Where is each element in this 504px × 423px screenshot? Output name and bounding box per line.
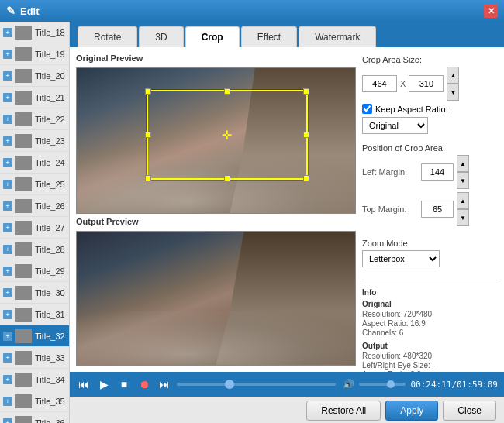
left-spin-up[interactable]: ▲	[457, 155, 469, 172]
sidebar-item-title-30[interactable]: +Title_30	[0, 282, 69, 304]
tab-effect[interactable]: Effect	[241, 26, 297, 47]
crop-handle-ml[interactable]	[145, 132, 151, 138]
sidebar-item-label: Title_29	[35, 267, 65, 276]
original-channels: Channels: 6	[362, 328, 498, 337]
plus-icon: +	[3, 332, 12, 341]
left-spin-down[interactable]: ▼	[457, 172, 469, 189]
crop-size-inputs-row: X ▲ ▼	[362, 67, 498, 101]
sidebar-item-title-22[interactable]: +Title_22	[0, 108, 69, 130]
sidebar-item-title-35[interactable]: +Title_35	[0, 390, 69, 412]
info-label: Info	[362, 288, 498, 297]
sidebar-item-label: Title_32	[35, 332, 65, 341]
crop-width-input[interactable]	[362, 75, 397, 92]
zoom-mode-group: Zoom Mode: Letterbox	[362, 239, 498, 267]
sidebar-item-label: Title_19	[35, 50, 65, 59]
close-window-button[interactable]: ✕	[484, 4, 498, 18]
original-preview-box[interactable]: ✛	[76, 67, 356, 214]
progress-slider[interactable]	[177, 383, 336, 386]
sidebar-item-title-23[interactable]: +Title_23	[0, 130, 69, 152]
sidebar-item-title-19[interactable]: +Title_19	[0, 43, 69, 65]
record-button[interactable]: ⏺	[136, 377, 152, 392]
height-spin-up[interactable]: ▲	[447, 67, 459, 84]
plus-icon: +	[3, 418, 12, 424]
tab-3d[interactable]: 3D	[139, 26, 183, 47]
thumbnail	[15, 242, 32, 256]
sidebar-item-label: Title_23	[35, 136, 65, 146]
sidebar-item-title-21[interactable]: +Title_21	[0, 87, 69, 108]
restore-all-button[interactable]: Restore All	[306, 401, 381, 421]
keep-aspect-ratio-checkbox[interactable]	[362, 104, 372, 114]
volume-icon[interactable]: 🔊	[340, 377, 356, 392]
thumbnail	[15, 156, 32, 170]
plus-icon: +	[3, 288, 12, 297]
thumbnail	[15, 351, 32, 365]
aspect-ratio-select[interactable]: Original	[362, 117, 428, 134]
thumbnail	[15, 47, 32, 61]
transport-bar: ⏮ ▶ ■ ⏺ ⏭ 🔊 00:24:11/01:59:09	[70, 372, 504, 397]
top-spin-down[interactable]: ▼	[457, 209, 469, 226]
tab-watermark[interactable]: Watermark	[299, 26, 376, 47]
crop-handle-tl[interactable]	[145, 88, 151, 95]
sidebar-item-title-33[interactable]: +Title_33	[0, 347, 69, 369]
crop-handle-bm[interactable]	[224, 175, 230, 181]
zoom-mode-select[interactable]: Letterbox	[362, 250, 440, 267]
volume-slider[interactable]	[359, 383, 406, 386]
volume-thumb[interactable]	[387, 380, 395, 388]
sidebar-item-title-32[interactable]: +Title_32	[0, 325, 69, 347]
sidebar-item-title-36[interactable]: +Title_36	[0, 412, 69, 423]
sidebar-item-title-34[interactable]: +Title_34	[0, 369, 69, 390]
plus-icon: +	[3, 28, 12, 37]
top-margin-input[interactable]	[421, 201, 454, 218]
crop-handle-tr[interactable]	[303, 88, 309, 95]
original-info-label: Original	[362, 300, 498, 308]
crop-handle-mr[interactable]	[303, 132, 309, 138]
sidebar-item-title-26[interactable]: +Title_26	[0, 195, 69, 217]
plus-icon: +	[3, 50, 12, 59]
sidebar-item-title-20[interactable]: +Title_20	[0, 65, 69, 87]
crop-height-input[interactable]	[409, 75, 444, 92]
top-margin-label: Top Margin:	[362, 205, 418, 214]
top-spin-up[interactable]: ▲	[457, 192, 469, 209]
sidebar-item-label: Title_31	[35, 310, 65, 319]
sidebar-item-title-31[interactable]: +Title_31	[0, 304, 69, 325]
skip-back-button[interactable]: ⏮	[76, 377, 91, 392]
tab-crop[interactable]: Crop	[185, 26, 240, 47]
sidebar-item-title-27[interactable]: +Title_27	[0, 217, 69, 239]
play-button[interactable]: ▶	[96, 377, 112, 392]
close-button[interactable]: Close	[443, 401, 496, 421]
sidebar-item-label: Title_20	[35, 71, 65, 81]
crop-rectangle[interactable]: ✛	[147, 90, 308, 180]
sidebar-item-title-18[interactable]: +Title_18	[0, 22, 69, 43]
crop-handle-br[interactable]	[303, 175, 309, 181]
tab-rotate[interactable]: Rotate	[78, 26, 137, 47]
sidebar-item-title-28[interactable]: +Title_28	[0, 239, 69, 260]
sidebar-item-label: Title_36	[35, 418, 65, 424]
plus-icon: +	[3, 115, 12, 124]
sidebar-item-label: Title_26	[35, 201, 65, 211]
plus-icon: +	[3, 158, 12, 167]
thumbnail	[15, 26, 32, 40]
progress-thumb[interactable]	[225, 380, 234, 389]
crop-handle-bl[interactable]	[145, 175, 151, 181]
sidebar-item-label: Title_35	[35, 397, 65, 406]
sidebar-item-label: Title_34	[35, 375, 65, 384]
sidebar-item-title-29[interactable]: +Title_29	[0, 260, 69, 282]
output-mist-decoration	[77, 311, 355, 365]
thumbnail	[15, 112, 32, 126]
sidebar-item-label: Title_22	[35, 115, 65, 124]
sidebar-item-title-24[interactable]: +Title_24	[0, 152, 69, 174]
left-margin-input[interactable]	[421, 163, 454, 181]
left-margin-row: Left Margin: ▲ ▼	[362, 155, 498, 189]
skip-forward-button[interactable]: ⏭	[157, 377, 172, 392]
height-spin-down[interactable]: ▼	[447, 84, 459, 101]
position-label: Position of Crop Area:	[362, 143, 498, 153]
stop-button[interactable]: ■	[116, 377, 132, 392]
crop-handle-tm[interactable]	[224, 88, 230, 95]
output-info-label: Output	[362, 342, 498, 350]
keep-aspect-ratio-label: Keep Aspect Ratio:	[375, 105, 448, 114]
apply-button[interactable]: Apply	[385, 401, 438, 421]
thumbnail	[15, 199, 32, 213]
sidebar-item-title-25[interactable]: +Title_25	[0, 174, 69, 195]
thumbnail	[15, 308, 32, 322]
crop-crosshair: ✛	[222, 128, 232, 143]
